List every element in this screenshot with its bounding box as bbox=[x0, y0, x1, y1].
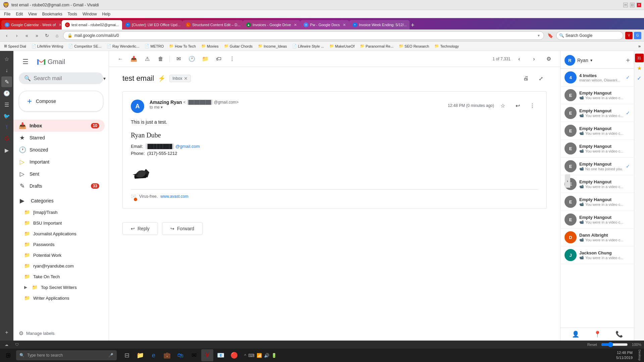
maximize-button[interactable]: □ bbox=[630, 3, 635, 7]
star-button[interactable]: ☆ bbox=[497, 100, 509, 112]
reply-quick-button[interactable]: ↩ bbox=[512, 100, 524, 112]
archive-button[interactable]: 📥 bbox=[128, 53, 140, 65]
tab-cluster[interactable]: + [Cluster]: LW ED Office Upd... ✕ bbox=[122, 20, 182, 29]
hangout-empty-8[interactable]: E Empty Hangout 📹 You were in a video c.… bbox=[560, 211, 634, 229]
hangout-empty-5[interactable]: E Empty Hangout 📹 No one has joined you.… bbox=[560, 158, 634, 175]
hangouts-people-button[interactable]: 👤 bbox=[572, 330, 579, 338]
mark-unread-button[interactable]: ✉ bbox=[172, 53, 184, 65]
bookmark-metro[interactable]: 📄 METRO bbox=[143, 43, 166, 49]
sig-email-link[interactable]: @gmail.com bbox=[175, 144, 200, 149]
bookmark-speed-dial[interactable]: ⊞ Speed Dial bbox=[2, 43, 28, 49]
tab-close-icon[interactable]: ✕ bbox=[122, 23, 122, 27]
bookmark-paranormal[interactable]: 📁 Paranormal Re... bbox=[358, 43, 395, 49]
status-reset-label[interactable]: Reset bbox=[587, 343, 597, 347]
tab-close-icon[interactable]: ✕ bbox=[59, 23, 62, 27]
prev-email-button[interactable]: ‹ bbox=[513, 53, 525, 65]
taskbar-search[interactable]: 🔍 Type here to search 🎤 bbox=[16, 350, 117, 360]
hangout-empty-7[interactable]: E Empty Hangout 📹 You were in a video c.… bbox=[560, 193, 634, 211]
bookmark-lifewire[interactable]: 📄 LifeWire Writing bbox=[30, 43, 65, 49]
close-button[interactable]: ✕ bbox=[637, 3, 641, 7]
email-settings-button[interactable]: ⚙ bbox=[543, 53, 555, 65]
back-to-inbox-button[interactable]: ← bbox=[114, 53, 126, 65]
delete-button[interactable]: 🗑 bbox=[155, 53, 167, 65]
bookmark-income[interactable]: 📁 Income_Ideas bbox=[256, 43, 289, 49]
hangouts-location-button[interactable]: 📍 bbox=[594, 330, 601, 338]
folder-top-secret-writers[interactable]: ▶ 📁 Top Secret Writers bbox=[13, 282, 105, 293]
nav-important[interactable]: ▷ Important bbox=[13, 156, 105, 168]
gmail-search-dropdown-icon[interactable]: ▾ bbox=[103, 76, 106, 81]
check-widget-button[interactable]: ✓ bbox=[635, 74, 644, 82]
vivaldi-panel-gmail[interactable]: G bbox=[1, 133, 12, 144]
extension-icon-2[interactable]: G bbox=[634, 32, 641, 39]
vivaldi-panel-download[interactable]: ↓ bbox=[1, 65, 12, 76]
bookmark-page-button[interactable]: 🔖 bbox=[546, 32, 554, 40]
taskbar-outlook[interactable]: 📧 bbox=[215, 349, 227, 361]
status-shield[interactable]: 🛡 bbox=[13, 342, 21, 347]
bookmark-howto[interactable]: 📁 How To Tech bbox=[167, 43, 198, 49]
minimize-button[interactable]: ─ bbox=[623, 3, 628, 7]
hangouts-user[interactable]: R Ryan ▾ bbox=[565, 55, 623, 66]
bookmark-guitar[interactable]: 📁 Guitar Chords bbox=[222, 43, 255, 49]
hangouts-expand-button[interactable]: › bbox=[565, 174, 570, 188]
hangout-empty-2[interactable]: E Empty Hangout 📹 You were in a video c.… bbox=[560, 104, 634, 122]
extension-icon-1[interactable]: V bbox=[625, 32, 633, 39]
taskbar-mail[interactable]: ✉ bbox=[188, 349, 200, 361]
taskbar-red[interactable]: 🔴 bbox=[228, 349, 240, 361]
folder-imap-trash[interactable]: 📁 [Imap]/Trash bbox=[13, 207, 105, 218]
hangout-dann-albright[interactable]: D Dann Albright 📹 You were in a video c.… bbox=[560, 229, 634, 246]
volume-icon[interactable]: 🔊 bbox=[264, 353, 269, 358]
move-to-button[interactable]: 📁 bbox=[199, 53, 211, 65]
hangout-empty-3[interactable]: E Empty Hangout 📹 You were in a video c.… bbox=[560, 122, 634, 140]
hangout-empty-1[interactable]: E Empty Hangout 📹 You were in a video c.… bbox=[560, 86, 634, 104]
bookmark-ray[interactable]: 📄 Ray Wenderlic... bbox=[105, 43, 142, 49]
menu-tools[interactable]: Tools bbox=[65, 10, 80, 18]
zoom-slider[interactable] bbox=[601, 342, 628, 347]
hangout-4-invites[interactable]: 4 4 Invites marian wilson, Olawanl... ✓ bbox=[560, 69, 634, 86]
tab-pw-docs[interactable]: ≡ Pw - Google Docs ✕ bbox=[300, 20, 349, 29]
home-button[interactable]: ⌂ bbox=[53, 32, 61, 40]
label-button[interactable]: 🏷 bbox=[213, 53, 225, 65]
bookmark-seo[interactable]: 📁 SEO Research bbox=[397, 43, 431, 49]
folder-bsu-important[interactable]: 📁 BSU Important bbox=[13, 218, 105, 228]
nav-snoozed[interactable]: 🕐 Snoozed bbox=[13, 144, 105, 156]
folder-ryan-ryandube[interactable]: 📁 ryan@ryandube.com bbox=[13, 260, 105, 271]
categories-item[interactable]: ▶ Categories bbox=[13, 195, 105, 207]
spam-button[interactable]: ⚠ bbox=[141, 53, 153, 65]
tab-structured-content[interactable]: L Structured Content Edit – D... ✕ bbox=[182, 20, 243, 29]
bookmark-competitor[interactable]: 📄 Competitor SE... bbox=[66, 43, 103, 49]
tab-google-calendar[interactable]: G Google Calendar - Week of ✕ bbox=[1, 20, 62, 29]
bookmark-movies[interactable]: 📁 Movies bbox=[199, 43, 221, 49]
taskbar-explorer[interactable]: 📁 bbox=[134, 349, 146, 361]
menu-help[interactable]: Help bbox=[100, 10, 113, 18]
status-cloud[interactable]: ☁ bbox=[3, 342, 10, 348]
inbox-tag-close-icon[interactable]: ✕ bbox=[184, 76, 188, 81]
menu-file[interactable]: File bbox=[1, 10, 13, 18]
taskbar-store[interactable]: 🛍 bbox=[174, 349, 186, 361]
hangout-jackson-chung[interactable]: J Jackson Chung 📹 You were in a video c.… bbox=[560, 246, 634, 264]
add-tab-button[interactable]: + bbox=[410, 22, 416, 29]
hangout-empty-4[interactable]: E Empty Hangout 📹 You were in a video c.… bbox=[560, 140, 634, 158]
reload-button[interactable]: ↻ bbox=[43, 32, 51, 40]
search-box[interactable]: 🔍 Search Google bbox=[556, 31, 623, 40]
bookmark-makeuseof[interactable]: 📁 MakeUseOf bbox=[327, 43, 357, 49]
taskbar-explorer2[interactable]: 💼 bbox=[161, 349, 173, 361]
taskbar-vivaldi[interactable]: V bbox=[201, 349, 213, 361]
forward-button[interactable]: ↪ Forward bbox=[162, 222, 203, 235]
vivaldi-panel-facebook[interactable]: f bbox=[1, 122, 12, 133]
folder-journalist-applications[interactable]: 📁 Journalist Applications bbox=[13, 228, 105, 239]
folder-take-on-tech[interactable]: 📁 Take On Tech bbox=[13, 271, 105, 282]
show-desktop-button[interactable]: Desktop bbox=[637, 350, 643, 361]
bookmark-lifewire-style[interactable]: 📄 Lifewire Style ... bbox=[290, 43, 326, 49]
tab-close-icon[interactable]: ✕ bbox=[294, 23, 297, 27]
network-icon[interactable]: 📶 bbox=[257, 353, 262, 358]
folder-potential-work[interactable]: 📁 Potential Work bbox=[13, 250, 105, 260]
snooze-button[interactable]: 🕐 bbox=[186, 53, 198, 65]
taskbar-mic-icon[interactable]: 🎤 bbox=[108, 353, 113, 358]
back-button[interactable]: ‹ bbox=[3, 32, 11, 40]
nav-starred[interactable]: ★ Starred bbox=[13, 132, 105, 144]
inbox-tag[interactable]: Inbox ✕ bbox=[169, 75, 191, 82]
menu-bookmarks[interactable]: Bookmarks bbox=[40, 10, 65, 18]
star-widget-button[interactable]: ★ bbox=[635, 64, 644, 72]
vivaldi-panel-twitter[interactable]: 🐦 bbox=[1, 111, 12, 121]
start-button[interactable]: ⊞ bbox=[1, 349, 15, 362]
